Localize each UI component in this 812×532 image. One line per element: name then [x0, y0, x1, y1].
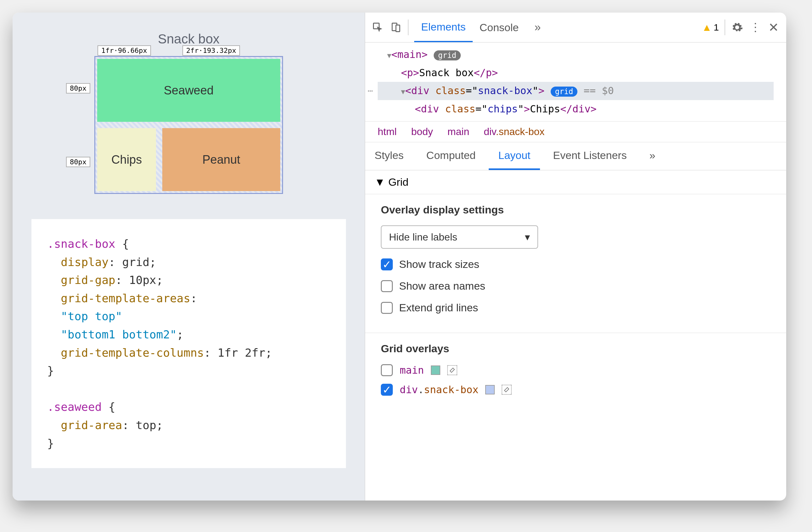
- highlight-icon[interactable]: [502, 385, 512, 395]
- tab-console[interactable]: Console: [473, 13, 526, 42]
- overlay-settings-title: Overlay display settings: [381, 204, 770, 216]
- overlay-name[interactable]: div.snack-box: [400, 384, 478, 396]
- breadcrumb-item[interactable]: div.snack-box: [484, 126, 545, 138]
- breadcrumb[interactable]: htmlbodymaindiv.snack-box: [365, 121, 786, 142]
- checkbox-row: Extend grid lines: [381, 302, 770, 314]
- checkbox-label: Show area names: [399, 280, 485, 292]
- overlay-row: main: [381, 364, 770, 376]
- grid-overlay: 1fr·96.66px 2fr·193.32px 80px 80px Seawe…: [95, 56, 283, 194]
- color-swatch[interactable]: [485, 385, 495, 394]
- breadcrumb-item[interactable]: body: [411, 126, 433, 138]
- track-label-row2: 80px: [66, 157, 90, 167]
- checkbox-row: Show area names: [381, 280, 770, 292]
- gear-icon[interactable]: [731, 21, 743, 34]
- dom-node[interactable]: <div class="chips">Chips</div>: [378, 100, 774, 118]
- device-toggle-icon[interactable]: [390, 21, 402, 34]
- more-tabs-icon[interactable]: »: [531, 21, 544, 34]
- breadcrumb-item[interactable]: main: [448, 126, 469, 138]
- cell-chips: Chips: [97, 128, 156, 191]
- styles-tabs: StylesComputedLayoutEvent Listeners»: [365, 142, 786, 170]
- highlight-icon[interactable]: [447, 365, 457, 375]
- breadcrumb-item[interactable]: html: [378, 126, 396, 138]
- subtab-layout[interactable]: Layout: [489, 142, 540, 170]
- css-code: .snack-box { display: grid; grid-gap: 10…: [31, 219, 346, 468]
- inspect-icon[interactable]: [372, 21, 384, 34]
- devtools-window: Snack box 1fr·96.66px 2fr·193.32px 80px …: [13, 13, 786, 501]
- page-preview: Snack box 1fr·96.66px 2fr·193.32px 80px …: [13, 13, 365, 501]
- subtab-computed[interactable]: Computed: [417, 142, 485, 170]
- checkbox-label: Show track sizes: [399, 258, 479, 270]
- devtools-toolbar: ElementsConsole » ▲1 ⋮ ✕: [365, 13, 786, 42]
- checkbox[interactable]: [381, 302, 393, 314]
- grid-overlays-panel: Grid overlays main✓div.snack-box: [365, 333, 786, 413]
- grid-section-header[interactable]: ▼ Grid: [365, 170, 786, 194]
- overlay-row: ✓div.snack-box: [381, 384, 770, 396]
- page-title: Snack box: [31, 31, 346, 46]
- line-labels-select[interactable]: Hide line labels ▾: [381, 225, 538, 249]
- separator: [725, 19, 725, 35]
- close-icon[interactable]: ✕: [767, 21, 780, 34]
- dom-node[interactable]: <p>Snack box</p>: [378, 64, 774, 82]
- dom-node[interactable]: ▼<main> grid: [378, 46, 774, 64]
- subtab-styles[interactable]: Styles: [365, 142, 413, 170]
- snack-box-grid: Seaweed Chips Peanut: [95, 56, 283, 194]
- warning-count[interactable]: ▲1: [702, 22, 719, 33]
- subtab-event-listeners[interactable]: Event Listeners: [544, 142, 636, 170]
- dom-tree[interactable]: ▼<main> grid<p>Snack box</p>⋯▼<div class…: [365, 42, 786, 121]
- checkbox-row: ✓Show track sizes: [381, 258, 770, 270]
- checkbox[interactable]: [381, 280, 393, 292]
- grid-overlays-title: Grid overlays: [381, 342, 770, 355]
- tab-elements[interactable]: Elements: [414, 13, 473, 42]
- overlay-settings-panel: Overlay display settings Hide line label…: [365, 194, 786, 333]
- track-label-col1: 1fr·96.66px: [98, 45, 151, 56]
- disclosure-icon: ▼: [375, 176, 385, 188]
- color-swatch[interactable]: [431, 365, 440, 375]
- cell-seaweed: Seaweed: [97, 59, 280, 122]
- checkbox-label: Extend grid lines: [399, 302, 478, 314]
- checkbox[interactable]: ✓: [381, 258, 393, 270]
- devtools-panel: ElementsConsole » ▲1 ⋮ ✕ ▼<main> grid<p>…: [365, 13, 786, 501]
- checkbox[interactable]: ✓: [381, 384, 393, 396]
- cell-peanut: Peanut: [162, 128, 280, 191]
- svg-rect-2: [396, 25, 400, 32]
- warning-icon: ▲: [702, 22, 712, 33]
- track-label-row1: 80px: [66, 83, 90, 94]
- kebab-icon[interactable]: ⋮: [749, 21, 762, 34]
- checkbox[interactable]: [381, 364, 393, 376]
- chevron-down-icon: ▾: [525, 231, 530, 243]
- overlay-name[interactable]: main: [400, 364, 424, 376]
- track-label-col2: 2fr·193.32px: [183, 45, 240, 56]
- main-tabs: ElementsConsole: [414, 13, 525, 42]
- dom-node[interactable]: ⋯▼<div class="snack-box"> grid == $0: [378, 82, 774, 100]
- more-subtabs-icon[interactable]: »: [640, 142, 665, 170]
- separator: [408, 19, 408, 35]
